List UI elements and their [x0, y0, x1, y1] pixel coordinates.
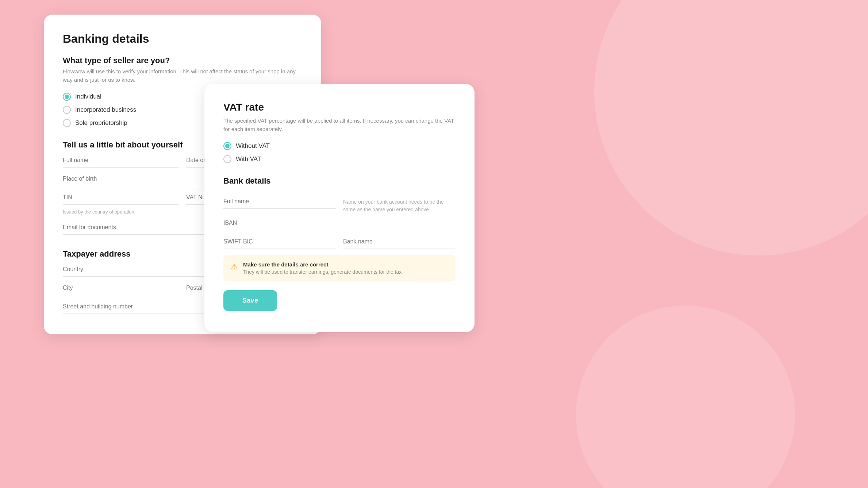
warning-subtitle: They will be used to transfer earnings, …: [243, 269, 402, 275]
radio-with-vat-label: With VAT: [236, 155, 261, 163]
warning-text: Make sure the details are correct They w…: [243, 261, 402, 275]
warning-icon: ⚠: [231, 262, 238, 272]
radio-without-vat-label: Without VAT: [236, 142, 270, 150]
tin-field: [63, 189, 179, 205]
vat-rate-subtitle: The specified VAT percentage will be app…: [223, 117, 456, 133]
save-button[interactable]: Save: [223, 290, 277, 311]
vat-radio-group: Without VAT With VAT: [223, 142, 456, 163]
radio-sole-circle: [63, 119, 71, 127]
radio-without-vat[interactable]: Without VAT: [223, 142, 456, 150]
radio-incorporated-label: Incorporated business: [75, 106, 136, 114]
iban-row: [223, 215, 456, 233]
full-name-field: [63, 152, 179, 168]
swift-bic-field: [223, 233, 336, 249]
radio-with-vat[interactable]: With VAT: [223, 155, 456, 163]
radio-incorporated-circle: [63, 106, 71, 114]
radio-individual-circle: [63, 93, 71, 101]
tin-input[interactable]: [63, 194, 179, 201]
swift-bic-input[interactable]: [223, 238, 336, 245]
warning-title: Make sure the details are correct: [243, 261, 402, 268]
bank-details-title: Bank details: [223, 176, 456, 186]
banking-card-title: Banking details: [63, 32, 302, 46]
bank-full-name-input[interactable]: [223, 198, 336, 205]
bank-name-input[interactable]: [343, 238, 456, 245]
radio-sole-label: Sole proprietorship: [75, 119, 127, 127]
radio-with-vat-circle: [223, 155, 231, 163]
bank-details-section: Bank details Name on your bank account n…: [223, 176, 456, 252]
radio-without-vat-circle: [223, 142, 231, 150]
warning-box: ⚠ Make sure the details are correct They…: [223, 255, 456, 281]
vat-rate-section: VAT rate The specified VAT percentage wi…: [223, 101, 456, 163]
iban-input[interactable]: [223, 220, 456, 226]
vat-rate-title: VAT rate: [223, 101, 456, 113]
bank-name-field: [343, 233, 456, 249]
bank-full-name-field: [223, 193, 336, 209]
city-input[interactable]: [63, 285, 179, 291]
bank-full-name-note: Name on your bank account needs to be th…: [343, 193, 456, 214]
seller-type-subtitle: Flowwow will use this to verify your inf…: [63, 68, 302, 84]
city-field: [63, 280, 179, 295]
vat-bank-card: VAT rate The specified VAT percentage wi…: [204, 84, 475, 332]
full-name-input[interactable]: [63, 157, 179, 164]
bank-name-row: Name on your bank account needs to be th…: [223, 193, 456, 215]
seller-type-title: What type of seller are you?: [63, 56, 302, 65]
radio-individual-label: Individual: [75, 93, 101, 100]
iban-field: [223, 215, 456, 230]
swift-bankname-row: [223, 233, 456, 252]
